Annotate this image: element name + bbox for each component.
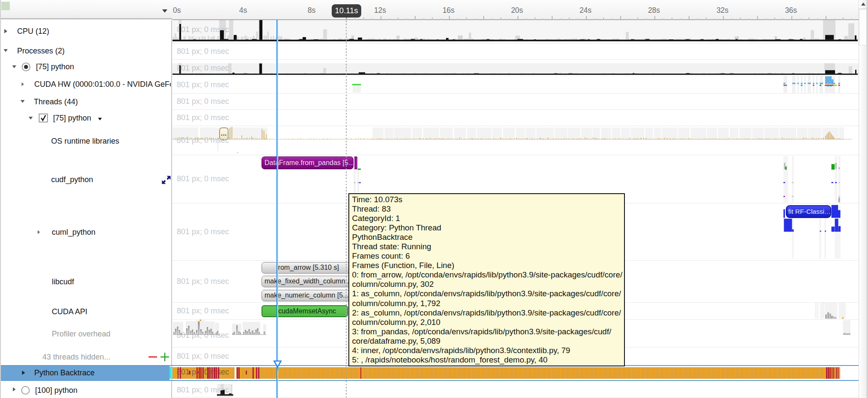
svg-text:801 px; 0 msec: 801 px; 0 msec [177,64,229,72]
